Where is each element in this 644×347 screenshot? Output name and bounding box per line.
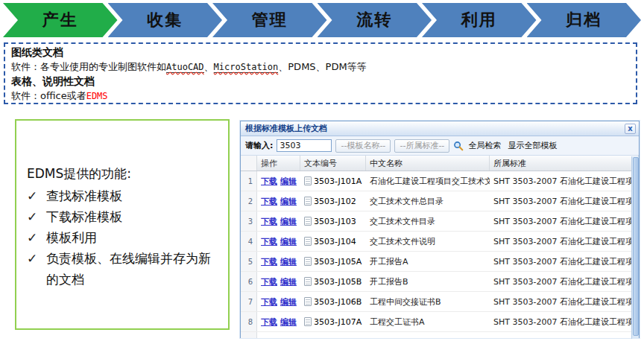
row-code: 3503-J105A	[314, 257, 362, 267]
flow-step-5: 利用	[422, 3, 537, 37]
edms-feature-label: 下载标准模板	[46, 206, 221, 227]
table-row[interactable]: 8下载编辑3503-J107A工程交工证书ASHT 3503-2007 石油化工…	[241, 312, 639, 332]
row-code: 3503-J105B	[314, 277, 362, 287]
edit-link[interactable]: 编辑	[280, 316, 297, 328]
table-row[interactable]: 7下载编辑3503-J106B工程中间交接证书BSHT 3503-2007 石油…	[241, 292, 639, 312]
row-code-cell: 3503-J102	[300, 191, 366, 211]
flow-step-label: 利用	[461, 9, 497, 31]
row-name: 工程交工证书A	[366, 312, 490, 331]
table-row[interactable]: 5下载编辑3503-J105A开工报告ASHT 3503-2007 石油化工建设…	[241, 252, 639, 272]
row-standard: SHT 3503-2007 石油化工建设工程项目交工...	[490, 171, 639, 191]
header-1: 操作	[257, 156, 300, 171]
word-microstation: MicroStation	[214, 62, 279, 73]
download-link[interactable]: 下载	[261, 236, 277, 247]
document-icon	[304, 176, 312, 185]
flow-step-1: 产生	[3, 3, 118, 37]
table-row[interactable]: 4下载编辑3503-J104交工技术文件说明SHT 3503-2007 石油化工…	[241, 232, 639, 252]
check-icon: ✓	[27, 227, 46, 248]
row-standard: SHT 3503-2007 石油化工建设工程项目交工...	[490, 252, 639, 271]
dialog-toolbar: 请输入: --模板名称-- --所属标准-- 全局检索 显示全部模板	[241, 136, 639, 156]
download-link[interactable]: 下载	[261, 316, 277, 328]
edms-feature-item-2: ✓下载标准模板	[27, 206, 221, 227]
close-icon[interactable]: x	[625, 124, 636, 134]
scrollbar-thumb[interactable]	[633, 157, 639, 336]
row-number: 4	[241, 232, 257, 251]
info-line-drawing-docs: 图纸类文档	[11, 45, 630, 60]
download-link[interactable]: 下载	[261, 296, 277, 308]
table-row-partial	[241, 332, 639, 338]
info-line-table-docs: 表格、说明性文档	[11, 74, 630, 89]
download-link[interactable]: 下载	[261, 256, 277, 267]
header-4: 所属标准	[490, 156, 639, 171]
row-standard: SHT 3503-2007 石油化工建设工程项目交工...	[490, 292, 639, 311]
search-input[interactable]	[277, 139, 332, 152]
row-name: 工程中间交接证书B	[366, 292, 490, 311]
template-name-filter[interactable]: --模板名称--	[335, 139, 391, 153]
row-standard: SHT 3503-2007 石油化工建设工程项目交工...	[490, 191, 639, 211]
flow-step-label: 产生	[42, 9, 78, 31]
row-code: 3503-J106B	[314, 297, 362, 307]
global-search-button[interactable]: 全局检索	[468, 140, 501, 151]
row-code: 3503-J107A	[314, 317, 362, 327]
flow-step-label: 流转	[356, 9, 392, 31]
row-code-cell: 3503-J105A	[300, 252, 366, 271]
download-link[interactable]: 下载	[261, 276, 277, 287]
download-link[interactable]: 下载	[261, 176, 277, 187]
edms-feature-item-3: ✓模板利用	[27, 227, 221, 248]
slide-canvas: 产生收集管理流转利用归档 图纸类文档 软件：各专业使用的专业制图软件如AtuoC…	[0, 0, 644, 347]
check-icon: ✓	[27, 248, 46, 290]
check-icon: ✓	[27, 185, 46, 206]
edms-feature-label: 查找标准模板	[46, 185, 221, 206]
edms-features-list: ✓查找标准模板✓下载标准模板✓模板利用✓负责模板、在线编辑并存为新的文档	[27, 185, 221, 290]
flow-step-4: 流转	[318, 3, 432, 37]
edit-link[interactable]: 编辑	[280, 216, 297, 227]
edit-link[interactable]: 编辑	[280, 276, 297, 287]
document-icon	[304, 217, 312, 226]
flow-step-3: 管理	[212, 3, 327, 37]
row-name: 交工技术文件目录	[366, 211, 490, 231]
table-row[interactable]: 1下载编辑3503-J101A石油化工建设工程项目交工技术文件封面ASHT 35…	[241, 171, 639, 191]
row-code-cell: 3503-J101A	[300, 171, 366, 191]
vertical-scrollbar	[631, 156, 639, 339]
row-code-cell: 3503-J107A	[300, 312, 366, 331]
table-row[interactable]: 2下载编辑3503-J102交工技术文件总目录SHT 3503-2007 石油化…	[241, 191, 639, 211]
download-link[interactable]: 下载	[261, 216, 277, 227]
edit-link[interactable]: 编辑	[280, 256, 297, 267]
flow-step-label: 管理	[252, 9, 288, 31]
upload-template-dialog: 根据标准模板上传文档 x 请输入: --模板名称-- --所属标准-- 全局检索…	[240, 121, 640, 338]
header-2: 文本编号	[300, 156, 366, 171]
row-number: 1	[241, 171, 257, 191]
download-link[interactable]: 下载	[261, 196, 277, 207]
edms-feature-item-1: ✓查找标准模板	[27, 185, 221, 206]
edit-link[interactable]: 编辑	[280, 196, 297, 207]
show-all-templates-button[interactable]: 显示全部模板	[508, 140, 557, 151]
standard-filter[interactable]: --所属标准--	[394, 139, 449, 153]
header-3: 中文名称	[366, 156, 490, 171]
edit-link[interactable]: 编辑	[280, 296, 297, 308]
process-flow: 产生收集管理流转利用归档	[3, 3, 641, 37]
edms-feature-label: 负责模板、在线编辑并存为新的文档	[46, 248, 221, 290]
row-actions: 下载编辑	[257, 232, 300, 251]
flow-step-2: 收集	[108, 3, 223, 37]
row-number: 2	[241, 191, 257, 211]
row-standard: SHT 3503-2007 石油化工建设工程项目交工...	[490, 272, 639, 291]
row-code: 3503-J103	[314, 217, 356, 226]
table-header: 操作文本编号中文名称所属标准	[241, 156, 639, 171]
edms-features-title: EDMS提供的功能:	[27, 165, 221, 182]
row-name: 开工报告A	[366, 252, 490, 271]
word-edms: EDMS	[86, 91, 108, 101]
row-actions: 下载编辑	[257, 191, 300, 211]
edit-link[interactable]: 编辑	[280, 176, 297, 187]
header-rownum	[241, 156, 257, 171]
search-icon	[453, 141, 464, 151]
dialog-title: 根据标准模板上传文档	[245, 123, 625, 134]
edit-link[interactable]: 编辑	[280, 236, 297, 247]
row-actions: 下载编辑	[257, 252, 300, 271]
row-actions: 下载编辑	[257, 292, 300, 311]
table-row[interactable]: 3下载编辑3503-J103交工技术文件目录SHT 3503-2007 石油化工…	[241, 211, 639, 232]
row-number: 8	[241, 312, 257, 331]
row-actions: 下载编辑	[257, 211, 300, 231]
dialog-titlebar: 根据标准模板上传文档 x	[241, 121, 639, 136]
info-line-drawing-software: 软件：各专业使用的专业制图软件如AtuoCAD、MicroStation、PDM…	[11, 60, 630, 74]
table-row[interactable]: 6下载编辑3503-J105B开工报告BSHT 3503-2007 石油化工建设…	[241, 272, 639, 292]
